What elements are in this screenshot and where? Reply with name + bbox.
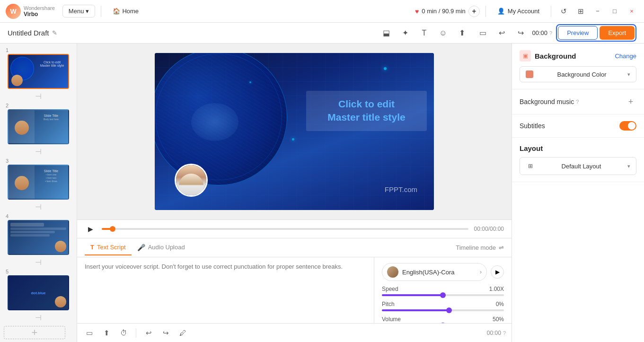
script-redo-button[interactable]: ↪ (159, 326, 172, 340)
background-header: ▣ Background Change (520, 50, 636, 61)
layout-icon: ⊞ (526, 161, 535, 171)
glow-dot-1 (384, 67, 387, 70)
add-slide-button[interactable]: + (4, 326, 65, 339)
time-display: 00:00 ? (532, 29, 553, 36)
style-icon-btn[interactable]: ✦ (398, 26, 413, 41)
home-icon: 🏠 (113, 8, 120, 15)
slide-thumb-4[interactable] (8, 220, 69, 255)
script-insert-button[interactable]: ▭ (83, 326, 96, 340)
maximize-button[interactable]: □ (608, 5, 621, 18)
script-help-icon: ? (503, 330, 506, 336)
voice-selector-row: English(USA)-Cora › ▶ (382, 263, 504, 281)
topbar-icons: ↺ ⊞ − □ × (557, 5, 638, 18)
pitch-slider[interactable] (382, 309, 504, 311)
preview-button[interactable]: Preview (558, 26, 598, 40)
text-script-icon: T (90, 244, 94, 251)
slide-thumb-5[interactable]: dot.blue (8, 275, 69, 310)
slide-separator-2: ⊣ (4, 147, 73, 156)
grid-button[interactable]: ⊞ (574, 5, 587, 18)
logo-icon: W (6, 4, 21, 19)
progress-thumb (110, 226, 115, 232)
tab-text-script[interactable]: T Text Script (85, 240, 132, 255)
slide-item-5: 5 dot.blue (4, 269, 73, 310)
add-music-button[interactable]: + (625, 96, 636, 107)
emoji-icon-btn[interactable]: ☺ (436, 26, 451, 41)
voice-arrow-icon: › (480, 269, 482, 275)
canvas-wrapper: Click to edit Master title style FPPT.co… (77, 44, 512, 219)
menu-button[interactable]: Menu ▾ (62, 5, 96, 18)
play-button[interactable]: ▶ (85, 223, 96, 235)
slide-item-1: 1 Click to edit Master title style (4, 47, 73, 89)
redo-button[interactable]: ↪ (513, 26, 529, 41)
logo-text: Wondershare Virbo (24, 5, 55, 18)
scene-break-icon-3[interactable]: ⊣ (35, 202, 42, 211)
pitch-param: Pitch 0% (382, 301, 504, 311)
script-textarea[interactable] (85, 263, 366, 306)
subtitles-row: Subtitles (520, 121, 636, 131)
speed-slider[interactable] (382, 294, 504, 296)
divider (101, 6, 101, 17)
layout-dropdown[interactable]: ⊞ Default Layout ▾ (520, 157, 636, 175)
canvas-title: Click to edit Master title style (313, 97, 420, 124)
script-upload-button[interactable]: ⬆ (100, 326, 113, 340)
progress-track[interactable] (102, 228, 468, 230)
background-color-dropdown[interactable]: Background Color ▾ (520, 66, 636, 82)
slide-thumb-2[interactable]: Slide TitleBody text here (8, 109, 69, 144)
slide-item-2: 2 Slide TitleBody text here (4, 103, 73, 144)
script-undo-button[interactable]: ↩ (142, 326, 155, 340)
script-bottom-toolbar: ▭ ⬆ ⏱ ↩ ↪ 🖊 00:00 ? (77, 323, 512, 342)
music-help-icon: ? (576, 99, 579, 105)
voice-play-button[interactable]: ▶ (491, 265, 504, 279)
script-divider (136, 328, 136, 338)
dropdown-chevron-icon: ▾ (627, 71, 630, 78)
script-format-button[interactable]: 🖊 (176, 326, 189, 340)
divider3 (551, 6, 551, 17)
aspect-ratio-button[interactable]: ▭ (476, 26, 491, 41)
subtitles-toggle[interactable] (619, 121, 636, 131)
refresh-button[interactable]: ↺ (557, 5, 570, 18)
account-icon: 👤 (497, 8, 505, 15)
account-button[interactable]: 👤 My Account (492, 5, 545, 17)
minimize-button[interactable]: − (591, 5, 604, 18)
undo-button[interactable]: ↩ (494, 26, 510, 41)
scene-break-icon[interactable]: ⊣ (35, 92, 42, 101)
timeline-icon: ⇌ (499, 244, 504, 251)
chevron-down-icon: ▾ (86, 8, 89, 15)
scene-break-icon-2[interactable]: ⊣ (35, 147, 42, 156)
toolbar-icons: ⬓ ✦ T ☺ ⬆ (379, 26, 470, 41)
logo-area: W Wondershare Virbo (6, 4, 55, 19)
slide-thumb-3[interactable]: Slide Title• Item one• Item two• Item th… (8, 165, 69, 200)
change-background-button[interactable]: Change (615, 53, 636, 60)
layout-section: Layout ⊞ Default Layout ▾ (512, 138, 644, 182)
text-icon-btn[interactable]: T (417, 26, 432, 41)
voice-panel: English(USA)-Cora › ▶ Speed 1.00X (374, 257, 512, 323)
voice-avatar (387, 266, 398, 278)
home-button[interactable]: 🏠 Home (107, 5, 144, 17)
timeline-mode-toggle[interactable]: Timeline mode ⇌ (456, 244, 504, 251)
add-duration-button[interactable]: + (468, 6, 480, 17)
scene-break-icon-4[interactable]: ⊣ (35, 258, 42, 267)
playback-time: 00:00/00:00 (474, 226, 504, 232)
scene-break-icon-5[interactable]: ⊣ (35, 313, 42, 322)
slide-thumb-1[interactable]: Click to edit Master title style (8, 54, 69, 89)
layout-icon-btn[interactable]: ⬓ (379, 26, 394, 41)
close-button[interactable]: × (625, 5, 638, 18)
edit-icon[interactable]: ✎ (52, 29, 57, 36)
slide-separator-5: ⊣ (4, 313, 73, 322)
main-layout: 1 Click to edit Master title style ⊣ 2 (0, 44, 644, 342)
tab-audio-upload[interactable]: 🎤 Audio Upload (132, 240, 191, 256)
script-input-area[interactable] (77, 257, 374, 323)
background-section: ▣ Background Change Background Color ▾ (512, 44, 644, 89)
export-button[interactable]: Export (600, 26, 635, 40)
voice-selector[interactable]: English(USA)-Cora › (382, 263, 487, 281)
script-area: T Text Script 🎤 Audio Upload Timeline mo… (77, 238, 512, 342)
subtitles-section: Subtitles (512, 114, 644, 138)
slide-separator-4: ⊣ (4, 258, 73, 267)
draft-title-area: Untitled Draft ✎ (8, 29, 57, 37)
canvas[interactable]: Click to edit Master title style FPPT.co… (155, 53, 434, 210)
script-tabs: T Text Script 🎤 Audio Upload Timeline mo… (77, 238, 512, 257)
script-time-button[interactable]: ⏱ (117, 326, 130, 340)
background-music-section: Background music ? + (512, 89, 644, 114)
upload-icon-btn[interactable]: ⬆ (455, 26, 470, 41)
toolbar-right: ▭ ↩ ↪ 00:00 ? Preview Export (476, 24, 637, 42)
